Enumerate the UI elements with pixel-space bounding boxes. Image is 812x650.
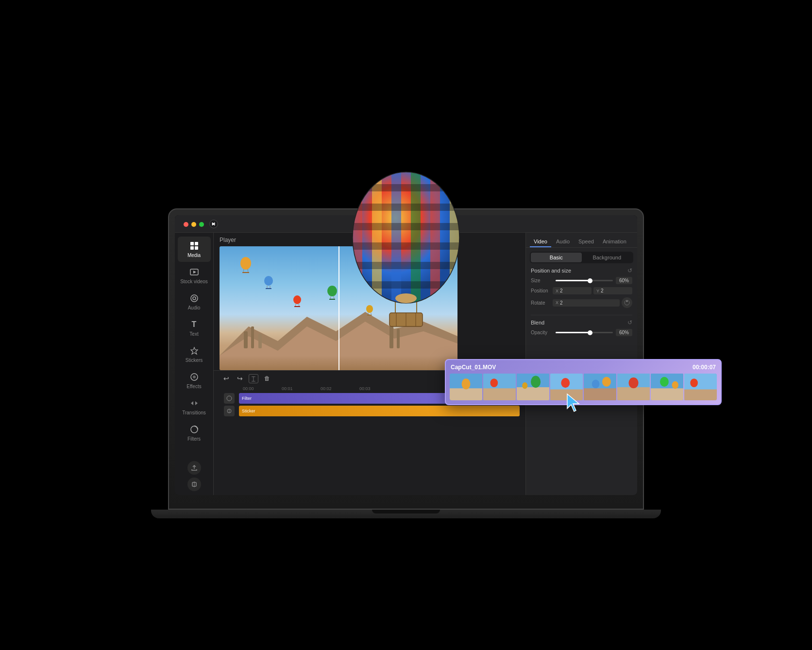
svg-point-49 <box>264 276 273 286</box>
stickers-label: Stickers <box>186 358 203 363</box>
filter-track-icon <box>224 393 235 404</box>
clip-filmstrip[interactable] <box>450 374 717 400</box>
sticker-track-icon <box>224 406 235 416</box>
subtab-background[interactable]: Background <box>582 253 633 262</box>
opacity-control-row: Opacity 60% <box>531 329 632 336</box>
size-slider-thumb[interactable] <box>588 278 592 283</box>
maximize-button[interactable] <box>199 222 204 227</box>
svg-point-85 <box>592 379 600 388</box>
sticker-track[interactable]: Sticker <box>239 406 520 416</box>
traffic-lights <box>184 222 204 227</box>
laptop-notch <box>372 510 440 513</box>
rotate-x-value: 2 <box>560 300 563 306</box>
split-button[interactable]: ⌶ <box>249 374 258 383</box>
svg-rect-2 <box>353 172 362 303</box>
sidebar-item-stickers[interactable]: Stickers <box>178 342 211 367</box>
position-size-header: Position and size ↺ <box>531 267 632 274</box>
sticker-track-label: Sticker <box>239 407 258 415</box>
svg-rect-42 <box>258 334 262 348</box>
sidebar-item-stock-videos[interactable]: Stock videos <box>178 263 211 288</box>
svg-line-59 <box>334 296 334 299</box>
upload-button[interactable] <box>187 461 201 475</box>
position-size-section: Position and size ↺ Size 60% <box>526 267 637 315</box>
svg-rect-10 <box>353 223 459 230</box>
svg-rect-25 <box>195 242 198 245</box>
opacity-slider-fill <box>556 332 590 333</box>
svg-rect-52 <box>266 288 271 289</box>
position-y-value: 2 <box>601 288 604 293</box>
left-sidebar: Media Stock videos Audio <box>175 233 214 495</box>
opacity-slider-thumb[interactable] <box>588 330 592 335</box>
svg-line-58 <box>330 296 331 299</box>
laptop-base <box>151 510 661 518</box>
svg-rect-24 <box>190 242 194 245</box>
filmstrip-frame-3 <box>517 374 549 400</box>
laptop-wrapper: Media Stock videos Audio <box>163 179 649 510</box>
tab-audio[interactable]: Audio <box>552 237 574 247</box>
svg-point-86 <box>602 377 611 387</box>
opacity-label: Opacity <box>531 330 553 335</box>
media-label: Media <box>187 253 201 258</box>
svg-rect-41 <box>251 326 254 348</box>
tab-animation[interactable]: Animation <box>599 237 630 247</box>
filters-icon <box>189 424 200 435</box>
media-icon <box>189 240 200 251</box>
text-label: Text <box>189 331 198 337</box>
audio-icon <box>189 293 200 304</box>
stock-videos-icon <box>189 267 200 277</box>
blend-reset[interactable]: ↺ <box>627 319 632 326</box>
svg-rect-9 <box>353 204 459 211</box>
panel-tabs: Video Audio Speed Animation <box>526 233 637 248</box>
filmstrip-frame-7 <box>651 374 683 400</box>
ruler-mark-2: 00:02 <box>321 386 359 391</box>
minimize-button[interactable] <box>191 222 196 227</box>
redo-button[interactable]: ↪ <box>235 374 245 383</box>
svg-rect-27 <box>195 246 198 250</box>
delete-button[interactable]: 🗑 <box>262 374 272 383</box>
rotate-x-field[interactable]: X 2 <box>553 299 620 307</box>
svg-rect-44 <box>397 329 400 348</box>
svg-point-93 <box>672 381 678 389</box>
opacity-slider[interactable] <box>556 332 613 333</box>
position-y-field[interactable]: Y 2 <box>593 287 632 294</box>
rotate-compass-button[interactable] <box>622 297 632 308</box>
svg-rect-11 <box>353 242 459 250</box>
rotate-x-axis: X <box>556 300 558 305</box>
balloon-small-2 <box>263 275 274 289</box>
close-button[interactable] <box>184 222 188 227</box>
blend-header: Blend ↺ <box>531 319 632 326</box>
svg-rect-95 <box>684 390 717 400</box>
x-axis-label: X <box>556 289 558 293</box>
sidebar-item-filters[interactable]: Filters <box>178 420 211 445</box>
position-x-field[interactable]: X 2 <box>553 287 592 294</box>
track-icon-area-sticker <box>220 406 239 416</box>
position-size-reset[interactable]: ↺ <box>627 267 632 274</box>
size-control-row: Size 60% <box>531 277 632 284</box>
undo-button[interactable]: ↩ <box>221 374 231 383</box>
filmstrip-frame-2 <box>483 374 516 400</box>
blend-title: Blend <box>531 320 544 325</box>
svg-point-72 <box>462 378 471 389</box>
sidebar-item-transitions[interactable]: Transitions <box>178 394 211 419</box>
sidebar-item-text[interactable]: T Text <box>178 315 211 341</box>
settings-button[interactable] <box>187 478 201 491</box>
size-slider[interactable] <box>556 280 613 281</box>
filmstrip-frame-1 <box>450 374 482 400</box>
sidebar-item-media[interactable]: Media <box>178 237 211 262</box>
ruler-mark-0: 00:00 <box>243 386 282 391</box>
position-control-row: Position X 2 Y 2 <box>531 287 632 294</box>
filter-track-label: Filter <box>239 394 254 402</box>
capcut-logo-icon <box>209 219 219 229</box>
sidebar-item-audio[interactable]: Audio <box>178 289 211 314</box>
stock-videos-label: Stock videos <box>180 279 208 284</box>
tab-speed[interactable]: Speed <box>575 237 598 247</box>
tab-video[interactable]: Video <box>530 237 551 247</box>
svg-point-30 <box>191 295 198 302</box>
clip-duration: 00:00:07 <box>693 364 716 371</box>
clip-popup-header: CapCut_01.MOV 00:00:07 <box>450 364 717 371</box>
svg-marker-32 <box>191 347 198 354</box>
svg-point-82 <box>561 378 570 388</box>
sidebar-item-effects[interactable]: Effects <box>178 368 211 393</box>
svg-point-96 <box>690 378 698 387</box>
subtab-basic[interactable]: Basic <box>531 253 582 262</box>
